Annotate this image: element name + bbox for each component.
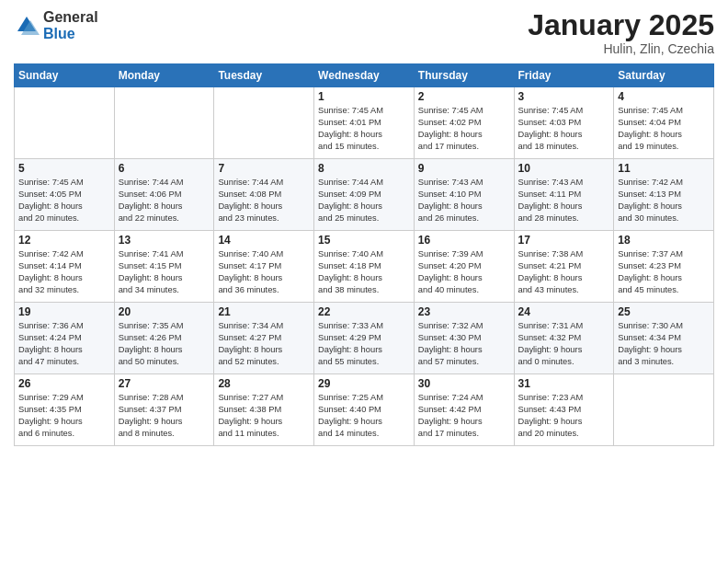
calendar-cell: 30Sunrise: 7:24 AM Sunset: 4:42 PM Dayli…	[414, 374, 514, 446]
day-number: 28	[218, 377, 310, 390]
day-info: Sunrise: 7:35 AM Sunset: 4:26 PM Dayligh…	[119, 320, 210, 368]
day-number: 22	[318, 305, 410, 318]
day-number: 2	[418, 90, 510, 103]
page: General Blue January 2025 Hulin, Zlin, C…	[0, 0, 728, 563]
calendar-cell: 25Sunrise: 7:30 AM Sunset: 4:34 PM Dayli…	[614, 303, 714, 374]
day-info: Sunrise: 7:23 AM Sunset: 4:43 PM Dayligh…	[518, 392, 610, 440]
calendar-cell: 27Sunrise: 7:28 AM Sunset: 4:37 PM Dayli…	[114, 374, 214, 446]
day-number: 10	[518, 162, 610, 175]
day-number: 21	[218, 305, 310, 318]
day-number: 18	[618, 234, 710, 247]
calendar-week-5: 26Sunrise: 7:29 AM Sunset: 4:35 PM Dayli…	[15, 374, 714, 446]
calendar-cell: 18Sunrise: 7:37 AM Sunset: 4:23 PM Dayli…	[614, 231, 714, 303]
day-info: Sunrise: 7:45 AM Sunset: 4:05 PM Dayligh…	[18, 177, 110, 224]
calendar-cell: 5Sunrise: 7:45 AM Sunset: 4:05 PM Daylig…	[15, 159, 115, 231]
calendar-week-3: 12Sunrise: 7:42 AM Sunset: 4:14 PM Dayli…	[15, 231, 714, 303]
logo-general-text: General	[43, 9, 98, 26]
day-info: Sunrise: 7:45 AM Sunset: 4:03 PM Dayligh…	[518, 105, 610, 153]
calendar-cell: 2Sunrise: 7:45 AM Sunset: 4:02 PM Daylig…	[414, 87, 514, 159]
day-number: 26	[18, 377, 110, 390]
day-number: 24	[518, 305, 610, 318]
calendar-cell: 9Sunrise: 7:43 AM Sunset: 4:10 PM Daylig…	[414, 159, 514, 231]
day-number: 8	[318, 162, 410, 175]
calendar-cell: 24Sunrise: 7:31 AM Sunset: 4:32 PM Dayli…	[514, 303, 614, 374]
calendar-cell: 1Sunrise: 7:45 AM Sunset: 4:01 PM Daylig…	[314, 87, 415, 159]
calendar-cell: 16Sunrise: 7:39 AM Sunset: 4:20 PM Dayli…	[414, 231, 514, 303]
day-info: Sunrise: 7:29 AM Sunset: 4:35 PM Dayligh…	[18, 392, 110, 440]
calendar-cell: 11Sunrise: 7:42 AM Sunset: 4:13 PM Dayli…	[614, 159, 714, 231]
day-info: Sunrise: 7:40 AM Sunset: 4:18 PM Dayligh…	[318, 248, 410, 296]
calendar-cell: 19Sunrise: 7:36 AM Sunset: 4:24 PM Dayli…	[15, 303, 115, 374]
day-number: 25	[618, 305, 710, 318]
day-number: 9	[418, 162, 510, 175]
title-area: January 2025 Hulin, Zlin, Czechia	[528, 9, 714, 56]
day-number: 1	[318, 90, 410, 103]
calendar-cell: 15Sunrise: 7:40 AM Sunset: 4:18 PM Dayli…	[314, 231, 415, 303]
day-info: Sunrise: 7:37 AM Sunset: 4:23 PM Dayligh…	[618, 248, 710, 296]
day-info: Sunrise: 7:25 AM Sunset: 4:40 PM Dayligh…	[318, 392, 410, 440]
logo-icon	[14, 13, 40, 39]
calendar-cell	[614, 374, 714, 446]
calendar-cell: 10Sunrise: 7:43 AM Sunset: 4:11 PM Dayli…	[514, 159, 614, 231]
day-info: Sunrise: 7:44 AM Sunset: 4:06 PM Dayligh…	[119, 177, 210, 224]
calendar-cell	[15, 87, 115, 159]
day-number: 31	[518, 377, 610, 390]
header-saturday: Saturday	[614, 64, 714, 87]
calendar-cell: 14Sunrise: 7:40 AM Sunset: 4:17 PM Dayli…	[214, 231, 314, 303]
calendar-cell: 21Sunrise: 7:34 AM Sunset: 4:27 PM Dayli…	[214, 303, 314, 374]
day-number: 7	[218, 162, 310, 175]
location: Hulin, Zlin, Czechia	[528, 41, 714, 56]
header-monday: Monday	[114, 64, 214, 87]
day-info: Sunrise: 7:36 AM Sunset: 4:24 PM Dayligh…	[18, 320, 110, 368]
day-number: 15	[318, 234, 410, 247]
calendar-week-4: 19Sunrise: 7:36 AM Sunset: 4:24 PM Dayli…	[15, 303, 714, 374]
calendar-cell: 12Sunrise: 7:42 AM Sunset: 4:14 PM Dayli…	[15, 231, 115, 303]
day-info: Sunrise: 7:42 AM Sunset: 4:14 PM Dayligh…	[18, 248, 110, 296]
calendar-week-1: 1Sunrise: 7:45 AM Sunset: 4:01 PM Daylig…	[15, 87, 714, 159]
day-info: Sunrise: 7:30 AM Sunset: 4:34 PM Dayligh…	[618, 320, 710, 368]
calendar-cell: 6Sunrise: 7:44 AM Sunset: 4:06 PM Daylig…	[114, 159, 214, 231]
calendar-cell: 4Sunrise: 7:45 AM Sunset: 4:04 PM Daylig…	[614, 87, 714, 159]
day-info: Sunrise: 7:34 AM Sunset: 4:27 PM Dayligh…	[218, 320, 310, 368]
calendar-cell: 20Sunrise: 7:35 AM Sunset: 4:26 PM Dayli…	[114, 303, 214, 374]
day-number: 6	[119, 162, 210, 175]
day-number: 14	[218, 234, 310, 247]
day-info: Sunrise: 7:24 AM Sunset: 4:42 PM Dayligh…	[418, 392, 510, 440]
day-info: Sunrise: 7:45 AM Sunset: 4:04 PM Dayligh…	[618, 105, 710, 153]
logo-blue-text: Blue	[43, 26, 98, 42]
calendar-cell: 23Sunrise: 7:32 AM Sunset: 4:30 PM Dayli…	[414, 303, 514, 374]
day-number: 12	[18, 234, 110, 247]
header-friday: Friday	[514, 64, 614, 87]
day-info: Sunrise: 7:28 AM Sunset: 4:37 PM Dayligh…	[119, 392, 210, 440]
header-tuesday: Tuesday	[214, 64, 314, 87]
calendar-cell	[214, 87, 314, 159]
calendar-cell: 3Sunrise: 7:45 AM Sunset: 4:03 PM Daylig…	[514, 87, 614, 159]
calendar-cell: 22Sunrise: 7:33 AM Sunset: 4:29 PM Dayli…	[314, 303, 415, 374]
day-info: Sunrise: 7:42 AM Sunset: 4:13 PM Dayligh…	[618, 177, 710, 224]
day-info: Sunrise: 7:45 AM Sunset: 4:02 PM Dayligh…	[418, 105, 510, 153]
day-number: 13	[119, 234, 210, 247]
day-info: Sunrise: 7:44 AM Sunset: 4:09 PM Dayligh…	[318, 177, 410, 224]
calendar-week-2: 5Sunrise: 7:45 AM Sunset: 4:05 PM Daylig…	[15, 159, 714, 231]
day-number: 30	[418, 377, 510, 390]
calendar-cell: 13Sunrise: 7:41 AM Sunset: 4:15 PM Dayli…	[114, 231, 214, 303]
calendar-cell: 28Sunrise: 7:27 AM Sunset: 4:38 PM Dayli…	[214, 374, 314, 446]
day-info: Sunrise: 7:38 AM Sunset: 4:21 PM Dayligh…	[518, 248, 610, 296]
day-info: Sunrise: 7:40 AM Sunset: 4:17 PM Dayligh…	[218, 248, 310, 296]
day-number: 29	[318, 377, 410, 390]
day-info: Sunrise: 7:31 AM Sunset: 4:32 PM Dayligh…	[518, 320, 610, 368]
header-sunday: Sunday	[15, 64, 115, 87]
day-info: Sunrise: 7:27 AM Sunset: 4:38 PM Dayligh…	[218, 392, 310, 440]
day-info: Sunrise: 7:41 AM Sunset: 4:15 PM Dayligh…	[119, 248, 210, 296]
calendar-cell: 7Sunrise: 7:44 AM Sunset: 4:08 PM Daylig…	[214, 159, 314, 231]
day-info: Sunrise: 7:39 AM Sunset: 4:20 PM Dayligh…	[418, 248, 510, 296]
month-title: January 2025	[528, 9, 714, 41]
day-info: Sunrise: 7:43 AM Sunset: 4:11 PM Dayligh…	[518, 177, 610, 224]
day-number: 20	[119, 305, 210, 318]
day-number: 16	[418, 234, 510, 247]
calendar-cell: 31Sunrise: 7:23 AM Sunset: 4:43 PM Dayli…	[514, 374, 614, 446]
day-number: 23	[418, 305, 510, 318]
day-number: 3	[518, 90, 610, 103]
calendar-cell: 17Sunrise: 7:38 AM Sunset: 4:21 PM Dayli…	[514, 231, 614, 303]
header-wednesday: Wednesday	[314, 64, 415, 87]
